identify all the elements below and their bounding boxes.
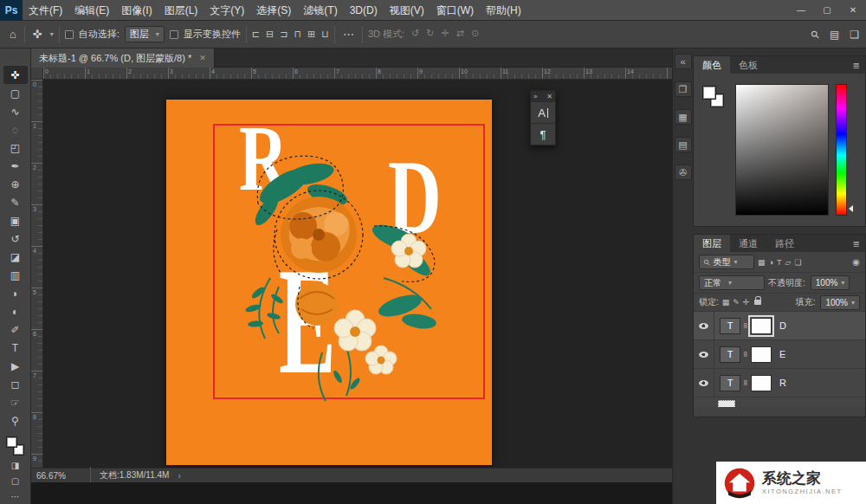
horizontal-ruler[interactable]: 0 1 2 3 4 5 6 7 8 9 10 11 12 13 14 <box>43 68 672 80</box>
menu-select[interactable]: 选择(S) <box>250 0 297 21</box>
hand-tool[interactable]: ☞ <box>3 393 28 411</box>
adjustments-panel-icon[interactable]: ✇ <box>675 165 692 180</box>
align-bottom-button[interactable]: ⊔ <box>321 29 329 40</box>
shape-tool[interactable]: ◻ <box>3 375 28 393</box>
layer-mask-thumbnail[interactable] <box>751 375 772 391</box>
align-middle-button[interactable]: ⊞ <box>307 29 315 40</box>
menu-type[interactable]: 文字(Y) <box>204 0 250 21</box>
show-transform-checkbox[interactable] <box>170 30 178 39</box>
layer-mask-thumbnail[interactable] <box>751 346 772 363</box>
dodge-tool[interactable]: ◐ <box>3 302 28 320</box>
layer-row-r[interactable]: T ∞ R <box>694 369 865 397</box>
libraries-panel-icon[interactable]: ▤ <box>675 137 692 152</box>
search-icon[interactable]: ⚲ <box>808 27 822 41</box>
brush-tool[interactable]: ✎ <box>3 193 28 211</box>
tab-swatches[interactable]: 色板 <box>730 56 766 74</box>
paragraph-panel-button[interactable]: ¶ <box>531 123 555 145</box>
workspace-switcher-icon[interactable]: ▤ <box>830 29 839 41</box>
layer-name[interactable]: R <box>779 378 786 388</box>
tab-close-icon[interactable]: ✕ <box>199 54 206 62</box>
blend-mode-dropdown[interactable]: 正常 ▾ <box>699 275 765 290</box>
zoom-tool[interactable]: ⚲ <box>3 411 28 430</box>
eraser-tool[interactable]: ◪ <box>3 248 28 266</box>
align-center-button[interactable]: ⊟ <box>266 29 274 40</box>
layer-filter-dropdown[interactable]: ⚲ 类型 ▾ <box>699 255 754 269</box>
quick-mask-button[interactable]: ◨ <box>3 457 28 473</box>
auto-select-checkbox[interactable] <box>65 30 74 39</box>
close-panel-icon[interactable]: ✕ <box>546 93 553 100</box>
filter-type-icon[interactable]: T <box>777 258 782 267</box>
close-button[interactable]: ✕ <box>840 0 866 20</box>
menu-help[interactable]: 帮助(H) <box>480 0 527 21</box>
clone-stamp-tool[interactable]: ▣ <box>3 211 28 229</box>
type-tool[interactable]: T <box>3 339 28 357</box>
3d-rotate-icon[interactable]: ↺ <box>411 28 419 41</box>
canvas-viewport[interactable]: R D E <box>43 80 672 468</box>
menu-window[interactable]: 窗口(W) <box>430 0 480 21</box>
expand-panels-icon[interactable]: « <box>675 54 692 69</box>
auto-select-dropdown[interactable]: 图层 ▾ <box>125 26 165 42</box>
more-options-icon[interactable]: ⋯ <box>340 28 357 41</box>
text-layer-thumbnail[interactable]: T <box>720 346 740 363</box>
visibility-toggle[interactable] <box>694 340 714 368</box>
menu-file[interactable]: 文件(F) <box>23 0 68 21</box>
menu-view[interactable]: 视图(V) <box>384 0 430 21</box>
filter-shape-icon[interactable]: ▱ <box>785 258 791 267</box>
opacity-dropdown[interactable]: 100% ▾ <box>811 275 850 290</box>
text-layer-thumbnail[interactable]: T <box>720 318 740 334</box>
fill-dropdown[interactable]: 100% ▾ <box>820 295 860 310</box>
panel-menu-icon[interactable]: ≣ <box>848 239 865 249</box>
filter-adjustment-icon[interactable]: ◑ <box>769 258 773 267</box>
blur-tool[interactable]: ◗ <box>3 284 28 302</box>
hue-slider[interactable] <box>836 84 847 216</box>
layer-row-e[interactable]: T ∞ E <box>694 340 865 369</box>
arrange-documents-icon[interactable]: ❏ <box>850 29 859 41</box>
character-panel-button[interactable]: A <box>531 101 555 123</box>
filter-pixel-icon[interactable]: ▦ <box>758 258 766 267</box>
filter-smart-object-icon[interactable]: ❏ <box>794 258 801 267</box>
layer-row-d[interactable]: T ∞ D <box>694 312 865 340</box>
align-left-button[interactable]: ⊏ <box>252 29 260 40</box>
eyedropper-tool[interactable]: ✒ <box>3 157 28 175</box>
lock-position-icon[interactable]: ✛ <box>743 298 750 307</box>
document-tab[interactable]: 未标题-1 @ 66.7% (D, 图层蒙版/8) * ✕ <box>31 48 215 68</box>
menu-filter[interactable]: 滤镜(T) <box>297 0 343 21</box>
quick-selection-tool[interactable]: ◌ <box>3 120 28 139</box>
layer-mask-thumbnail[interactable] <box>751 318 772 334</box>
align-top-button[interactable]: ⊓ <box>294 29 302 40</box>
visibility-toggle[interactable] <box>694 312 714 339</box>
layer-name[interactable]: D <box>779 320 786 331</box>
lock-pixels-icon[interactable]: ✎ <box>733 298 740 307</box>
device-preview-panel-icon[interactable]: ▦ <box>675 109 692 125</box>
mask-link-icon[interactable]: ∞ <box>741 378 750 388</box>
foreground-color-swatch[interactable] <box>6 436 17 448</box>
mask-link-icon[interactable]: ∞ <box>741 320 750 331</box>
maximize-button[interactable]: ▢ <box>814 0 840 20</box>
filter-toggle-icon[interactable]: ◉ <box>852 257 860 267</box>
foreground-color-swatch[interactable] <box>702 86 716 100</box>
3d-roll-icon[interactable]: ↻ <box>426 28 434 41</box>
foreground-background-swatches[interactable] <box>6 436 25 457</box>
align-right-button[interactable]: ⊐ <box>280 29 288 40</box>
path-selection-tool[interactable]: ▶ <box>3 357 28 375</box>
menu-layer[interactable]: 图层(L) <box>158 0 204 21</box>
toolbar-more-icon[interactable]: ⋯ <box>3 488 28 504</box>
tab-color[interactable]: 颜色 <box>694 56 730 74</box>
move-tool[interactable]: ✜ <box>3 66 28 84</box>
visibility-toggle[interactable] <box>694 369 714 397</box>
3d-scale-icon[interactable]: ⊙ <box>471 28 479 41</box>
vertical-ruler[interactable]: 0 1 2 3 4 5 6 7 8 9 <box>31 80 43 468</box>
lock-transparency-icon[interactable]: ▦ <box>722 298 730 307</box>
pen-tool[interactable]: ✐ <box>3 320 28 339</box>
move-tool-preset-icon[interactable]: ✜ <box>30 28 45 41</box>
3d-drag-icon[interactable]: ✛ <box>442 28 449 41</box>
text-layer-thumbnail[interactable]: T <box>720 375 740 391</box>
tool-preset-caret-icon[interactable]: ▾ <box>50 30 54 38</box>
home-icon[interactable]: ⌂ <box>7 28 19 41</box>
menu-image[interactable]: 图像(I) <box>115 0 158 21</box>
tab-layers[interactable]: 图层 <box>694 235 730 252</box>
status-chevron-icon[interactable]: › <box>178 471 180 481</box>
minimize-button[interactable]: — <box>788 0 814 20</box>
ruler-origin-corner[interactable] <box>31 68 43 80</box>
tab-paths[interactable]: 路径 <box>766 235 803 252</box>
